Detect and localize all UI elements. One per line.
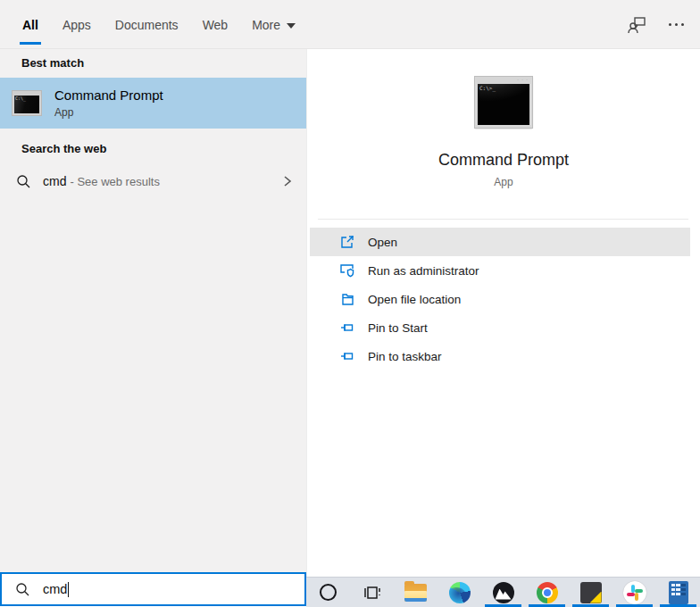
taskbar-notes-app-button[interactable] [569, 578, 612, 607]
action-file-location-label: Open file location [368, 293, 461, 306]
app-subtitle: App [307, 176, 700, 188]
taskbar-file-explorer-button[interactable] [394, 578, 438, 607]
chevron-down-icon [287, 23, 296, 29]
pin-icon [339, 348, 355, 364]
cortana-icon [320, 584, 337, 601]
feedback-user-icon[interactable] [626, 14, 647, 36]
nordvpn-icon [493, 582, 514, 603]
action-run-as-administrator[interactable]: Run as administrator [310, 256, 690, 285]
more-options-icon[interactable] [669, 23, 684, 26]
slack-icon [623, 581, 646, 604]
best-match-title: Command Prompt [54, 87, 163, 103]
tab-apps[interactable]: Apps [62, 14, 91, 36]
taskbar-calculator-button[interactable] [656, 578, 700, 607]
tab-more-label: More [252, 18, 280, 32]
search-filter-bar: All Apps Documents Web More [0, 0, 700, 49]
search-web-header: Search the web [0, 135, 306, 163]
command-prompt-icon: C:\_ [12, 91, 41, 115]
open-launch-icon [339, 234, 355, 250]
web-query-text: cmd [43, 174, 66, 188]
action-pin-to-start[interactable]: Pin to Start [310, 313, 690, 342]
divider [318, 219, 688, 220]
calculator-icon [669, 581, 688, 604]
taskbar-nordvpn-button[interactable] [481, 578, 525, 607]
search-icon [16, 174, 31, 189]
taskbar-edge-button[interactable] [438, 578, 481, 607]
best-match-header: Best match [0, 49, 306, 78]
file-explorer-icon [404, 584, 427, 602]
taskbar [306, 577, 700, 607]
tab-web[interactable]: Web [203, 14, 229, 36]
best-match-subtitle: App [54, 106, 163, 119]
text-cursor [68, 582, 69, 597]
task-view-icon [362, 583, 382, 603]
results-panel: Best match C:\_ Command Prompt App Searc… [0, 49, 306, 573]
admin-shield-icon [339, 262, 355, 279]
action-pin-taskbar-label: Pin to taskbar [368, 350, 442, 363]
best-match-result[interactable]: C:\_ Command Prompt App [0, 78, 306, 129]
taskbar-chrome-button[interactable] [525, 578, 569, 607]
filter-tabs: All Apps Documents Web More [22, 0, 320, 49]
action-open[interactable]: Open [310, 228, 690, 256]
action-open-label: Open [368, 236, 397, 249]
action-pin-start-label: Pin to Start [368, 321, 428, 335]
folder-location-icon [339, 291, 355, 307]
notes-app-icon [580, 582, 602, 603]
windows-search-flyout: All Apps Documents Web More Best match [0, 0, 700, 607]
web-suffix-text: - See web results [70, 175, 159, 188]
action-pin-to-taskbar[interactable]: Pin to taskbar [310, 342, 690, 370]
search-input[interactable]: cmd [0, 572, 306, 606]
tab-more[interactable]: More [252, 14, 296, 36]
taskbar-task-view-button[interactable] [350, 578, 394, 607]
tab-documents[interactable]: Documents [115, 14, 179, 36]
microsoft-edge-icon [449, 582, 471, 603]
google-chrome-icon [537, 582, 558, 603]
command-prompt-icon-large: C:\>_ · · · [475, 77, 532, 128]
action-run-admin-label: Run as administrator [368, 264, 479, 278]
taskbar-cortana-button[interactable] [306, 578, 350, 607]
pin-icon [339, 320, 355, 336]
taskbar-slack-button[interactable] [612, 578, 656, 607]
search-icon [15, 582, 30, 597]
preview-panel: C:\>_ · · · Command Prompt App Open [306, 49, 700, 577]
web-search-result[interactable]: cmd - See web results [0, 163, 306, 199]
app-title: Command Prompt [307, 151, 700, 170]
chevron-right-icon [281, 173, 294, 189]
action-open-file-location[interactable]: Open file location [310, 285, 690, 313]
tab-all[interactable]: All [22, 14, 38, 36]
search-input-value: cmd [43, 582, 67, 596]
